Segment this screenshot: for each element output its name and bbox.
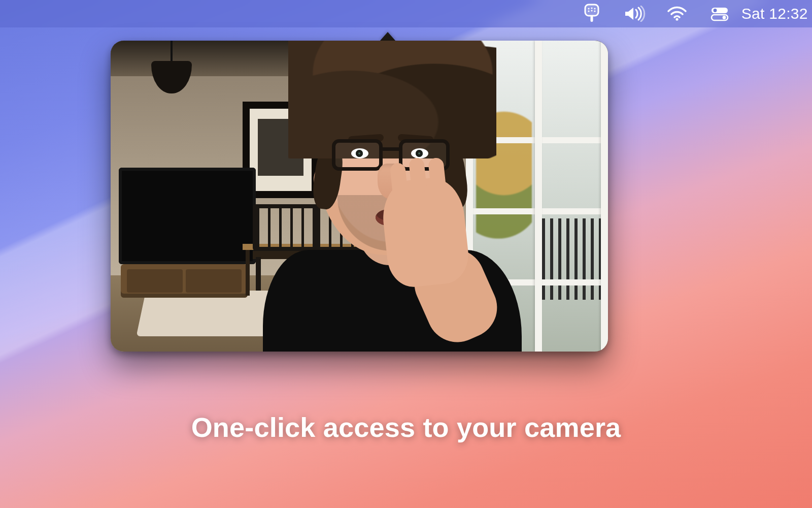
svg-point-10 [714,9,717,12]
svg-rect-7 [591,16,593,22]
marketing-caption: One-click access to your camera [0,411,812,443]
menu-bar-clock[interactable]: Sat 12:32 [751,0,798,27]
wifi-icon [667,6,687,21]
menu-bar-volume[interactable] [623,0,646,27]
svg-point-6 [594,10,596,12]
svg-point-2 [591,7,593,9]
control-center-icon [709,6,730,21]
volume-icon [623,6,646,22]
webcam-person [243,47,527,352]
webcam-frame [111,41,608,352]
svg-point-12 [723,16,726,19]
caption-text: One-click access to your camera [191,412,621,442]
menu-bar-app-hand-mirror[interactable] [581,0,603,27]
hand-mirror-icon [583,4,601,24]
svg-point-3 [594,8,596,9]
camera-preview-popover[interactable] [111,41,608,352]
clock-text: Sat 12:32 [741,5,808,22]
svg-point-4 [588,10,590,12]
svg-point-8 [676,18,679,20]
menu-bar: Sat 12:32 [0,0,812,27]
popover-arrow [380,32,396,41]
menu-bar-control-center[interactable] [708,0,731,27]
svg-point-1 [588,8,590,9]
menu-bar-wifi[interactable] [666,0,688,27]
svg-point-5 [591,10,593,11]
